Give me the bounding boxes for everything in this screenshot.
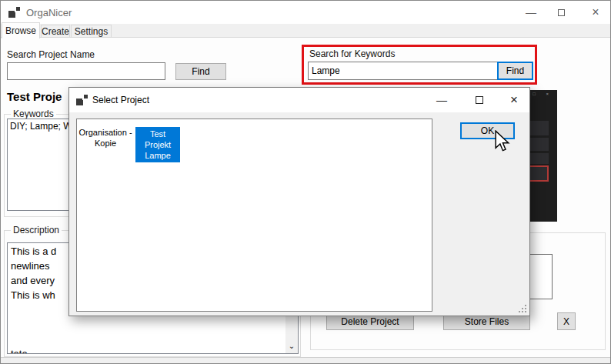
project-list-item[interactable]: Organisation - Kopie — [78, 127, 133, 149]
close-icon[interactable]: × — [583, 2, 608, 22]
dialog-title: Select Project — [92, 95, 149, 105]
app-icon — [8, 7, 20, 18]
tab-browse[interactable]: Browse — [2, 22, 40, 38]
project-list-item-selected[interactable]: Test Projekt Lampe — [135, 127, 180, 162]
dialog-close-icon[interactable]: × — [502, 92, 526, 109]
maximize-icon[interactable] — [549, 2, 573, 22]
thumbnail-button — [529, 121, 549, 135]
search-project-label: Search Project Name — [7, 49, 95, 60]
window-bottom-strip — [1, 357, 611, 364]
find-keywords-button[interactable]: Find — [497, 62, 533, 80]
main-titlebar: OrgaNicer — × — [1, 1, 610, 24]
window-title: OrgaNicer — [26, 7, 72, 18]
description-group-label: Description — [11, 225, 62, 235]
find-project-button[interactable]: Find — [175, 63, 226, 80]
thumbnail-highlighted-button — [527, 165, 549, 182]
project-heading: Test Proje — [7, 90, 62, 103]
search-project-input[interactable] — [7, 62, 165, 80]
thumbnail-button — [529, 138, 549, 151]
select-project-dialog: Select Project — × Organisation - Kopie … — [68, 87, 530, 316]
dialog-maximize-icon[interactable] — [468, 92, 491, 109]
ok-button[interactable]: OK — [460, 122, 515, 139]
resize-grip[interactable] — [517, 303, 528, 314]
search-keywords-input[interactable] — [308, 62, 506, 80]
dialog-minimize-icon[interactable]: — — [430, 92, 453, 109]
minimize-icon[interactable]: — — [519, 2, 543, 22]
tab-settings[interactable]: Settings — [71, 25, 112, 38]
remove-file-button[interactable]: X — [557, 312, 576, 330]
search-keywords-label: Search for Keywords — [309, 48, 395, 59]
dialog-titlebar: Select Project — × — [69, 88, 529, 112]
tab-create[interactable]: Create — [41, 25, 70, 38]
thumbnail-button — [529, 153, 549, 164]
keywords-group-label: Keywords — [11, 109, 56, 119]
scroll-down-icon[interactable]: ⌄ — [285, 342, 298, 353]
dialog-app-icon — [76, 95, 88, 106]
project-list[interactable]: Organisation - Kopie Test Projekt Lampe — [76, 119, 432, 312]
organicer-window: OrgaNicer — × Browse Create Settings Sea… — [0, 0, 611, 364]
